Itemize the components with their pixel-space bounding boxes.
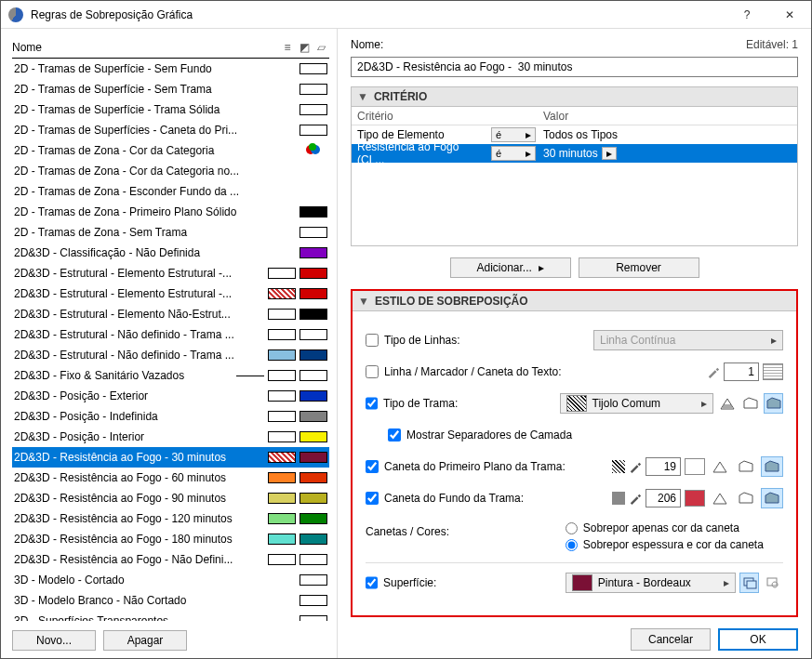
color-swatch xyxy=(300,125,327,136)
new-button[interactable]: Novo... xyxy=(12,630,96,651)
color-swatch xyxy=(300,411,327,422)
filltype-check[interactable] xyxy=(366,397,378,410)
rule-row[interactable]: 2D&3D - Estrutural - Elemento Não-Estrut… xyxy=(12,304,329,324)
cancel-button[interactable]: Cancelar xyxy=(631,628,711,651)
fg-opt2-icon[interactable] xyxy=(735,456,757,477)
criteria-box: Critério Valor Tipo de Elementoé▸Todos o… xyxy=(351,107,798,246)
rule-row[interactable]: 2D - Tramas de Zona - Sem Trama xyxy=(12,222,329,243)
rule-row[interactable]: 2D&3D - Estrutural - Elemento Estrutural… xyxy=(12,263,329,283)
rule-label: 2D - Tramas de Superfícies - Caneta do P… xyxy=(12,124,296,137)
linetype-combo[interactable]: Linha Contínua▸ xyxy=(593,330,783,350)
bgpen-check[interactable] xyxy=(366,492,379,505)
rule-row[interactable]: 2D - Tramas de Superfícies - Caneta do P… xyxy=(12,120,329,140)
rule-details-panel: Nome: Editável: 1 ▼ CRITÉRIO Critério Va… xyxy=(338,29,811,658)
surface-check[interactable] xyxy=(366,576,378,589)
linetype-check[interactable] xyxy=(366,334,379,347)
add-criteria-button[interactable]: Adicionar... ▸ xyxy=(450,257,571,278)
rule-label: 2D&3D - Resistência ao Fogo - 90 minutos xyxy=(12,492,264,505)
close-button[interactable]: ✕ xyxy=(768,1,811,29)
fill-opt1-icon[interactable] xyxy=(717,393,737,414)
rule-row[interactable]: 2D&3D - Resistência ao Fogo - 180 minuto… xyxy=(12,529,329,549)
rule-row[interactable]: 2D - Tramas de Zona - Cor da Categoria n… xyxy=(12,161,329,181)
rule-row[interactable]: 2D&3D - Resistência ao Fogo - Não Defini… xyxy=(12,549,329,570)
help-button[interactable]: ? xyxy=(725,1,768,29)
color-swatch xyxy=(268,493,296,504)
rule-label: 2D - Tramas de Superfície - Sem Fundo xyxy=(12,62,296,75)
bgpen-swatch[interactable] xyxy=(685,490,705,507)
rule-row[interactable]: 2D - Tramas de Superfície - Sem Fundo xyxy=(12,59,329,79)
rules-list[interactable]: 2D - Tramas de Superfície - Sem Fundo2D … xyxy=(12,59,329,621)
surf-opt1-icon[interactable] xyxy=(739,573,760,593)
fg-opt1-icon[interactable] xyxy=(709,456,731,477)
rule-row[interactable]: 2D&3D - Resistência ao Fogo - 120 minuto… xyxy=(12,508,329,529)
col-valor: Valor xyxy=(538,110,797,123)
rule-row[interactable]: 2D&3D - Classificação - Não Definida xyxy=(12,243,329,263)
bg-opt3-icon[interactable] xyxy=(761,488,783,508)
showsep-label: Mostrar Separadores de Camada xyxy=(406,428,572,442)
bg-opt2-icon[interactable] xyxy=(735,488,757,508)
fill-opt3-icon[interactable] xyxy=(764,393,783,414)
list-header-name: Nome xyxy=(12,41,279,54)
color-swatch xyxy=(300,63,327,74)
rule-row[interactable]: 2D&3D - Resistência ao Fogo - 30 minutos xyxy=(12,447,329,468)
linepen-check[interactable] xyxy=(366,365,379,378)
remove-criteria-button[interactable]: Remover xyxy=(579,257,699,278)
delete-button[interactable]: Apagar xyxy=(103,630,187,651)
fgpen-input[interactable] xyxy=(646,457,681,476)
rule-label: 2D&3D - Estrutural - Elemento Estrutural… xyxy=(12,267,264,280)
rules-list-panel: Nome ≡ ◩ ▱ 2D - Tramas de Superfície - S… xyxy=(1,29,338,658)
bg-opt1-icon[interactable] xyxy=(709,488,731,508)
rule-row[interactable]: 2D - Tramas de Zona - Esconder Fundo da … xyxy=(12,181,329,202)
criteria-row[interactable]: Resistência ao Fogo (CL...é▸30 minutos▸ xyxy=(352,144,797,163)
color-swatch xyxy=(300,390,327,402)
linepen-input[interactable] xyxy=(724,362,759,381)
filltype-combo[interactable]: Tijolo Comum▸ xyxy=(560,393,714,414)
rule-row[interactable]: 2D - Tramas de Zona - Primeiro Plano Sól… xyxy=(12,202,329,222)
linepen-swatch[interactable] xyxy=(763,363,783,380)
fg-opt3-icon[interactable] xyxy=(761,456,783,477)
color-swatch xyxy=(300,574,327,586)
rule-row[interactable]: 2D&3D - Resistência ao Fogo - 90 minutos xyxy=(12,488,329,508)
rule-row[interactable]: 2D&3D - Posição - Indefinida xyxy=(12,406,329,427)
rule-row[interactable]: 2D&3D - Estrutural - Elemento Estrutural… xyxy=(12,283,329,304)
rule-name-input[interactable] xyxy=(351,57,798,77)
rule-row[interactable]: 2D&3D - Posição - Interior xyxy=(12,427,329,447)
rule-label: 2D - Tramas de Superfície - Sem Trama xyxy=(12,83,296,96)
color-swatch xyxy=(268,268,296,279)
color-swatch xyxy=(300,288,327,299)
collapse-icon: ▼ xyxy=(357,90,368,103)
color-swatch xyxy=(300,227,327,238)
fgpen-swatch[interactable] xyxy=(685,458,705,475)
rule-row[interactable]: 2D&3D - Posição - Exterior xyxy=(12,386,329,406)
rule-row[interactable]: 3D - Modelo Branco - Não Cortado xyxy=(12,590,329,611)
surf-opt2-icon[interactable] xyxy=(763,573,783,593)
rule-label: 2D&3D - Resistência ao Fogo - 120 minuto… xyxy=(12,512,264,525)
criteria-header[interactable]: ▼ CRITÉRIO xyxy=(351,86,798,107)
rule-row[interactable]: 2D - Tramas de Superfície - Sem Trama xyxy=(12,79,329,99)
rule-row[interactable]: 2D&3D - Resistência ao Fogo - 60 minutos xyxy=(12,468,329,488)
ok-button[interactable]: OK xyxy=(718,628,798,651)
override-header[interactable]: ▼ ESTILO DE SOBREPOSIÇÃO xyxy=(353,291,796,311)
surface-combo[interactable]: Pintura - Bordeaux▸ xyxy=(566,573,736,593)
rule-row[interactable]: 2D - Tramas de Zona - Cor da Categoria xyxy=(12,140,329,161)
color-swatch xyxy=(300,268,327,279)
radio-color-only[interactable] xyxy=(566,522,578,534)
radio-weight-color[interactable] xyxy=(566,539,578,551)
showsep-check[interactable] xyxy=(388,428,401,442)
color-swatch xyxy=(268,390,296,402)
rule-label: 3D - Superfícies Transparentes xyxy=(12,614,296,621)
editable-count: Editável: 1 xyxy=(746,38,798,51)
rule-row[interactable]: 2D&3D - Fixo & Sanitário Vazados xyxy=(12,365,329,386)
fgpen-check[interactable] xyxy=(366,460,379,473)
rule-row[interactable]: 3D - Superfícies Transparentes xyxy=(12,611,329,621)
bgpen-input[interactable] xyxy=(646,489,681,507)
color-swatch xyxy=(268,411,296,422)
rule-row[interactable]: 2D&3D - Estrutural - Não definido - Tram… xyxy=(12,324,329,345)
override-section: ▼ ESTILO DE SOBREPOSIÇÃO Tipo de Linhas:… xyxy=(351,289,798,617)
fill-opt2-icon[interactable] xyxy=(740,393,760,414)
rule-row[interactable]: 3D - Modelo - Cortado xyxy=(12,570,329,590)
rule-row[interactable]: 2D&3D - Estrutural - Não definido - Tram… xyxy=(12,345,329,365)
rule-label: 2D&3D - Resistência ao Fogo - Não Defini… xyxy=(12,553,264,566)
color-swatch xyxy=(300,534,327,545)
rule-row[interactable]: 2D - Tramas de Superfície - Trama Sólida xyxy=(12,99,329,120)
